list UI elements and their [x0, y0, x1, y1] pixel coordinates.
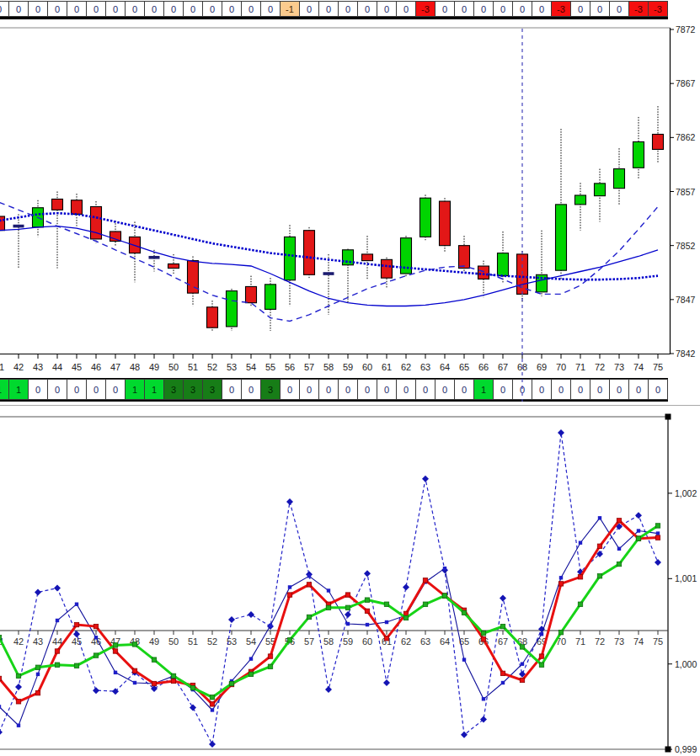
indicator-cell-62: 0 [396, 379, 416, 400]
ratio-tick-label: 1,000 [675, 659, 697, 669]
indicator-cell-50: 3 [163, 379, 184, 400]
time-tick-label: 51 [188, 362, 198, 372]
ratio-tick-label: 1,001 [675, 573, 697, 583]
time-tick-label: 60 [362, 362, 372, 372]
panel-separator-gray [0, 405, 700, 406]
time-tick-label: 70 [556, 362, 566, 372]
time-tick-label: 44 [52, 362, 62, 372]
indicator-cell-57: 0 [299, 1, 319, 17]
indicator-cell-43: 0 [28, 1, 48, 17]
indicator-cell-54: 0 [241, 379, 261, 400]
indicator-cell-59: 0 [338, 1, 358, 17]
trading-terminal-screen: 000000000000000-1000000-3000000-3000-3-3… [0, 0, 700, 756]
price-tick-label: 7862 [676, 132, 696, 142]
indicator-cell-74: -3 [628, 1, 649, 17]
indicator-cell-62: 0 [396, 1, 416, 17]
indicator-cell-73: 0 [609, 379, 629, 400]
indicator-cell-57: 0 [299, 379, 319, 400]
indicator-cell-58: 0 [318, 1, 339, 17]
time-axis-top: 4142434445464748495051525354555657585960… [0, 354, 663, 372]
indicator-cell-64: 0 [435, 379, 455, 400]
indicator-cell-61: 0 [377, 1, 397, 17]
indicator-cell-68: 0 [512, 379, 532, 400]
price-tick-label: 7857 [676, 187, 696, 197]
price-tick-label: 7847 [676, 295, 696, 305]
indicator-cell-75: 0 [648, 379, 668, 400]
time-tick-label: 52 [207, 362, 217, 372]
indicator-cell-66: 1 [473, 379, 494, 400]
time-tick-label: 64 [440, 362, 450, 372]
price-tick-label: 7842 [676, 349, 696, 359]
indicator-cell-55: 3 [260, 379, 281, 400]
indicator-cell-51: 0 [183, 1, 203, 17]
indicator-cell-44: 0 [47, 379, 67, 400]
lower-chart-area[interactable] [0, 417, 668, 749]
time-tick-label: 73 [614, 362, 624, 372]
time-tick-label: 68 [517, 362, 527, 372]
indicator-cell-66: 0 [473, 1, 494, 17]
indicator-cell-68: 0 [512, 1, 532, 17]
indicator-cell-46: 0 [86, 1, 106, 17]
indicator-cell-72: 0 [590, 1, 610, 17]
indicator-cell-42: 0 [8, 1, 29, 17]
indicator-cell-67: 0 [493, 379, 513, 400]
indicator-cell-52: 3 [202, 379, 222, 400]
indicator-cell-69: 0 [532, 1, 552, 17]
indicator-cell-47: 0 [105, 1, 126, 17]
time-tick-label: 57 [304, 362, 314, 372]
time-tick-label: 58 [323, 362, 334, 372]
indicator-cell-59: 0 [338, 379, 358, 400]
time-tick-label: 66 [478, 362, 489, 372]
time-tick-label: 71 [575, 362, 585, 372]
indicator-cell-45: 0 [67, 379, 87, 400]
time-tick-label: 62 [401, 362, 411, 372]
time-tick-label: 75 [653, 362, 663, 372]
indicator-cell-70: -3 [551, 1, 571, 17]
indicator-cell-67: 0 [493, 1, 513, 17]
indicator-cell-51: 3 [183, 379, 203, 400]
indicator-cell-49: 1 [144, 379, 164, 400]
indicator-cell-52: 0 [202, 1, 222, 17]
time-tick-label: 63 [420, 362, 430, 372]
time-tick-label: 59 [343, 362, 353, 372]
indicator-cell-53: 0 [222, 379, 242, 400]
mid-row-separator [0, 400, 668, 402]
signal-row-top: 000000000000000-1000000-3000000-3000-3-3 [0, 1, 700, 17]
indicator-cell-48: 0 [125, 1, 145, 17]
indicator-cell-71: 0 [570, 1, 590, 17]
indicator-cell-63: 0 [415, 379, 435, 400]
time-tick-label: 50 [168, 362, 179, 372]
time-tick-label: 55 [265, 362, 275, 372]
candlestick-chart-area[interactable] [0, 28, 670, 354]
time-tick-label: 65 [459, 362, 469, 372]
indicator-cell-49: 0 [144, 1, 164, 17]
indicator-cell-65: 0 [454, 1, 474, 17]
time-tick-label: 61 [382, 362, 392, 372]
time-tick-label: 47 [110, 362, 120, 372]
time-tick-label: 49 [149, 362, 159, 372]
indicator-cell-61: 0 [377, 379, 397, 400]
indicator-cell-54: 0 [241, 1, 261, 17]
time-tick-label: 46 [91, 362, 101, 372]
time-tick-label: 54 [246, 362, 256, 372]
indicator-cell-55: 0 [260, 1, 281, 17]
ratio-tick-label: 0,999 [675, 744, 697, 754]
indicator-cell-47: 0 [105, 379, 126, 400]
indicator-cell-50: 0 [163, 1, 184, 17]
top-row-separator [0, 17, 668, 19]
time-tick-label: 43 [33, 362, 43, 372]
time-tick-label: 69 [537, 362, 547, 372]
time-tick-label: 56 [285, 362, 295, 372]
time-tick-label: 67 [498, 362, 508, 372]
price-tick-label: 7867 [676, 78, 696, 88]
price-tick-label: 7872 [676, 24, 696, 35]
indicator-cell-69: 0 [532, 379, 552, 400]
indicator-cell-46: 0 [86, 379, 106, 400]
indicator-cell-60: 0 [357, 1, 377, 17]
indicator-cell-74: 0 [628, 379, 649, 400]
indicator-cell-64: 0 [435, 1, 455, 17]
time-tick-label: 53 [227, 362, 237, 372]
indicator-cell-53: 0 [222, 1, 242, 17]
time-tick-label: 48 [130, 362, 140, 372]
indicator-cell-70: 0 [551, 379, 571, 400]
